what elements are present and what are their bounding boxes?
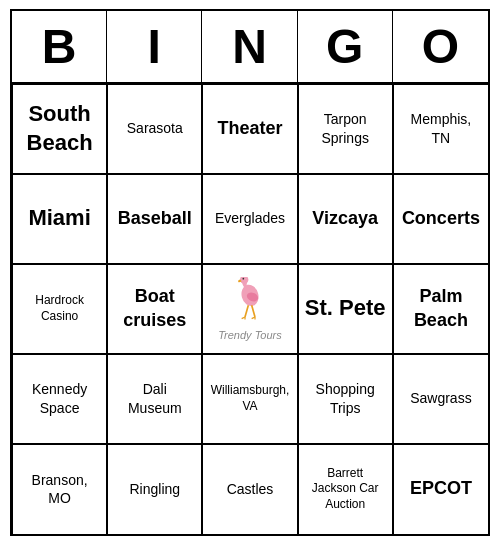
bingo-cell-18: Shopping Trips (298, 354, 393, 444)
svg-line-4 (252, 305, 255, 317)
cell-text-19: Sawgrass (410, 389, 471, 407)
cell-text-17: Williamsburgh, VA (209, 383, 290, 414)
bingo-cell-9: Concerts (393, 174, 488, 264)
cell-text-23: Barrett Jackson Car Auction (305, 466, 386, 513)
bingo-cell-2: Theater (202, 84, 297, 174)
bingo-cell-15: Kennedy Space (12, 354, 107, 444)
svg-line-3 (245, 305, 248, 317)
bingo-cell-23: Barrett Jackson Car Auction (298, 444, 393, 534)
cell-text-1: Sarasota (127, 119, 183, 137)
cell-text-24: EPCOT (410, 477, 472, 500)
bingo-cell-20: Branson, MO (12, 444, 107, 534)
bingo-cell-21: Ringling (107, 444, 202, 534)
bingo-cell-4: Memphis, TN (393, 84, 488, 174)
cell-text-15: Kennedy Space (19, 380, 100, 416)
bingo-cell-3: Tarpon Springs (298, 84, 393, 174)
bingo-letter-o: O (393, 11, 488, 82)
bingo-cell-19: Sawgrass (393, 354, 488, 444)
cell-text-2: Theater (217, 117, 282, 140)
bingo-cell-10: Hardrock Casino (12, 264, 107, 354)
bingo-cell-11: Boat cruises (107, 264, 202, 354)
bingo-cell-12: Trendy Tours (202, 264, 297, 354)
cell-text-7: Everglades (215, 209, 285, 227)
bingo-cell-6: Baseball (107, 174, 202, 264)
cell-text-20: Branson, MO (19, 471, 100, 507)
cell-text-16: Dali Museum (114, 380, 195, 416)
bingo-cell-1: Sarasota (107, 84, 202, 174)
brand-text: Trendy Tours (218, 329, 282, 341)
bingo-grid: South BeachSarasotaTheaterTarpon Springs… (12, 84, 488, 534)
bingo-letter-n: N (202, 11, 297, 82)
bingo-cell-17: Williamsburgh, VA (202, 354, 297, 444)
cell-text-22: Castles (227, 480, 274, 498)
bingo-card: BINGO South BeachSarasotaTheaterTarpon S… (10, 9, 490, 536)
cell-text-5: Miami (28, 204, 90, 233)
cell-text-3: Tarpon Springs (305, 110, 386, 146)
cell-text-11: Boat cruises (114, 285, 195, 332)
bingo-cell-14: Palm Beach (393, 264, 488, 354)
bingo-letter-i: I (107, 11, 202, 82)
svg-point-2 (242, 277, 244, 279)
bingo-header: BINGO (12, 11, 488, 84)
cell-text-18: Shopping Trips (305, 380, 386, 416)
bingo-cell-8: Vizcaya (298, 174, 393, 264)
svg-point-1 (240, 277, 248, 284)
bingo-cell-22: Castles (202, 444, 297, 534)
bingo-cell-24: EPCOT (393, 444, 488, 534)
bingo-cell-7: Everglades (202, 174, 297, 264)
bingo-letter-g: G (298, 11, 393, 82)
cell-text-9: Concerts (402, 207, 480, 230)
cell-text-4: Memphis, TN (400, 110, 482, 146)
bingo-cell-13: St. Pete (298, 264, 393, 354)
bingo-cell-5: Miami (12, 174, 107, 264)
cell-text-13: St. Pete (305, 294, 386, 323)
cell-text-6: Baseball (118, 207, 192, 230)
bingo-cell-0: South Beach (12, 84, 107, 174)
cell-text-14: Palm Beach (400, 285, 482, 332)
bingo-cell-16: Dali Museum (107, 354, 202, 444)
bingo-letter-b: B (12, 11, 107, 82)
cell-text-0: South Beach (19, 100, 100, 157)
cell-text-8: Vizcaya (312, 207, 378, 230)
cell-text-10: Hardrock Casino (19, 293, 100, 324)
cell-text-21: Ringling (129, 480, 180, 498)
